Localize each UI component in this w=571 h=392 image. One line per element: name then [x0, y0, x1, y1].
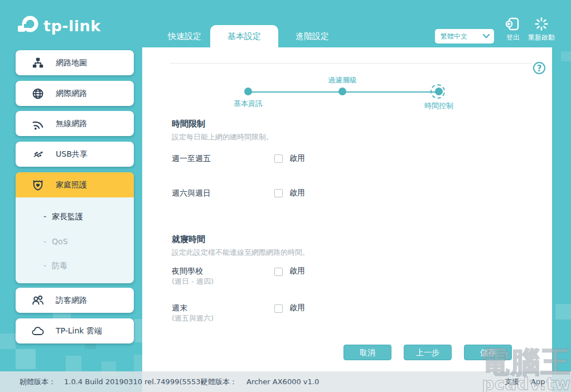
chevron-down-icon [483, 34, 490, 38]
row-weekend: 週六與週日 啟用 [172, 188, 305, 199]
sidebar-item-internet[interactable]: 網際網路 [16, 81, 134, 106]
shield-heart-icon [31, 179, 45, 191]
usb-icon [31, 148, 45, 161]
row-weekdays: 週一至週五 啟用 [172, 153, 305, 164]
sidebar-item-usb-sharing[interactable]: USB共享 [16, 142, 134, 167]
sidebar-item-wireless[interactable]: 無線網路 [16, 111, 134, 136]
parental-controls-time-panel: ? 基本資訊 過濾層級 時間控制 時間限制 設定每日能上網的總時間限制。 週一至… [142, 47, 552, 371]
row-label: 週末 (週五與週六) [172, 303, 274, 323]
row-label-sub: (週日 - 週四) [172, 277, 274, 287]
row-label-main: 週末 [172, 303, 187, 312]
step-dot-time-controls [435, 88, 443, 95]
section-title-bedtime: 就寢時間 [172, 234, 205, 245]
sidebar-item-label: 無線網路 [56, 119, 87, 129]
step-label-basic-info: 基本資訊 [220, 99, 276, 109]
firmware-version-value: 1.0.4 Build 20190310 rel.74999(5553) [64, 371, 204, 392]
bg-square [16, 349, 36, 369]
row-weekend-nights: 週末 (週五與週六) 啟用 [172, 303, 305, 323]
section-title-time-limits: 時間限制 [172, 119, 205, 129]
row-label: 週一至週五 [172, 153, 274, 164]
app-link[interactable]: App [531, 371, 545, 392]
language-value: 繁體中文 [441, 32, 467, 41]
enable-label: 啟用 [289, 303, 305, 313]
cancel-button[interactable]: 取消 [343, 345, 391, 360]
sidebar-item-label: USB共享 [56, 149, 88, 159]
sidebar-item-label: 訪客網路 [56, 296, 87, 306]
row-label-main: 夜間學校 [172, 267, 203, 275]
sidebar-item-label: TP-Link 雲端 [56, 326, 102, 336]
tab-basic-settings[interactable]: 基本設定 [210, 25, 278, 47]
tp-link-logo: tp-link [16, 13, 101, 38]
sidebar-item-network-map[interactable]: 網路地圖 [16, 50, 134, 75]
submenu-item-antivirus[interactable]: -防毒 [43, 261, 134, 271]
row-label: 夜間學校 (週日 - 週四) [172, 266, 274, 286]
step-dot-basic-info [244, 88, 252, 95]
step-dot-filter-level [338, 88, 346, 95]
globe-icon [31, 88, 45, 100]
hardware-version-label: 硬體版本： [201, 371, 237, 392]
tab-advanced-settings[interactable]: 進階設定 [278, 25, 346, 47]
enable-checkbox-weekend-nights[interactable] [274, 304, 283, 313]
tp-link-logo-icon [16, 13, 40, 38]
firmware-version-label: 韌體版本： [20, 371, 56, 392]
bg-square [555, 304, 571, 320]
logout-label: 登出 [506, 33, 520, 41]
bg-square [66, 356, 81, 371]
sidebar-item-label: 家庭照護 [56, 180, 87, 190]
enable-checkbox-weekdays[interactable] [274, 154, 283, 163]
reboot-button[interactable]: 重新啟動 [528, 17, 555, 42]
tab-quick-setup[interactable]: 快速設定 [151, 25, 219, 47]
save-button[interactable]: 儲存 [464, 345, 512, 360]
submenu-item-qos[interactable]: -QoS [43, 237, 134, 246]
submenu-bullet: - [43, 212, 46, 221]
enable-label: 啟用 [289, 266, 305, 276]
guests-icon [31, 294, 45, 307]
logout-button[interactable]: 登出 [502, 17, 524, 42]
sidebar-item-label: 網際網路 [56, 89, 87, 99]
hardware-version-value: Archer AX6000 v1.0 [246, 371, 319, 392]
logo-text: tp-link [43, 17, 101, 35]
bg-square [0, 333, 16, 349]
reboot-label: 重新啟動 [528, 33, 555, 41]
reboot-icon [534, 17, 549, 31]
sidebar-item-guest-network[interactable]: 訪客網路 [16, 288, 134, 313]
help-icon[interactable]: ? [533, 62, 545, 74]
section-desc-time-limits: 設定每日能上網的總時間限制。 [172, 132, 273, 142]
cloud-icon [31, 325, 45, 337]
submenu-item-label: 家長監護 [52, 212, 83, 221]
sidebar-item-tplink-cloud[interactable]: TP-Link 雲端 [16, 318, 134, 343]
support-link[interactable]: 支援 [505, 371, 519, 392]
homecare-submenu: -家長監護 -QoS -防毒 [16, 197, 134, 283]
router-admin-page: { "header": { "logo_text": "tp-link", "t… [0, 0, 571, 392]
sidebar-item-homecare[interactable]: 家庭照護 [16, 172, 134, 197]
sitemap-icon [31, 57, 45, 69]
row-label: 週六與週日 [172, 188, 274, 199]
enable-label: 啟用 [289, 188, 305, 198]
wifi-icon [31, 118, 45, 130]
language-select[interactable]: 繁體中文 [435, 29, 494, 43]
bg-square [561, 51, 571, 61]
step-label-filter-level: 過濾層級 [314, 75, 370, 85]
enable-checkbox-weekend[interactable] [274, 189, 283, 197]
back-button[interactable]: 上一步 [404, 345, 452, 360]
logout-icon [506, 17, 520, 31]
row-label-sub: (週五與週六) [172, 313, 274, 323]
section-desc-bedtime: 設定此設定檔不能連線至網際網路的時間。 [172, 248, 309, 258]
submenu-item-parental-controls[interactable]: -家長監護 [43, 212, 134, 222]
sidebar-item-label: 網路地圖 [56, 58, 87, 68]
sidebar-group-homecare: 家庭照護 -家長監護 -QoS -防毒 [16, 172, 134, 283]
submenu-item-label: QoS [52, 237, 67, 246]
submenu-item-label: 防毒 [52, 261, 67, 270]
enable-checkbox-school-nights[interactable] [274, 268, 283, 276]
submenu-bullet: - [43, 237, 46, 246]
enable-label: 啟用 [289, 153, 305, 163]
submenu-bullet: - [43, 261, 46, 270]
row-school-nights: 夜間學校 (週日 - 週四) 啟用 [172, 266, 305, 286]
footer: 韌體版本： 1.0.4 Build 20190310 rel.74999(555… [0, 371, 571, 392]
bg-square [134, 319, 142, 342]
divider [170, 63, 531, 64]
step-label-time-controls: 時間控制 [411, 101, 467, 111]
bg-square [134, 355, 142, 371]
